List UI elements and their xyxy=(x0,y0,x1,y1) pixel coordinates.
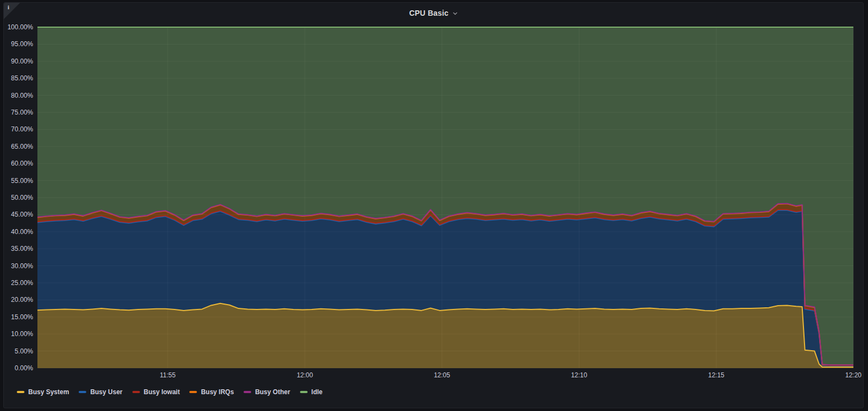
legend-label: Busy Other xyxy=(255,388,290,396)
x-axis-label: 12:20 xyxy=(845,371,861,379)
legend-item-busy-other[interactable]: Busy Other xyxy=(244,388,290,396)
x-axis-label: 12:10 xyxy=(571,371,587,379)
y-axis-label: 95.00% xyxy=(11,40,33,48)
y-axis-label: 70.00% xyxy=(11,125,33,133)
x-axis-label: 12:15 xyxy=(708,371,724,379)
y-axis-label: 50.00% xyxy=(11,194,33,201)
legend-swatch xyxy=(189,391,197,393)
y-axis-label: 100.00% xyxy=(8,23,34,31)
y-axis-label: 80.00% xyxy=(11,92,33,99)
legend-label: Busy Iowait xyxy=(144,388,180,396)
x-axis-label: 12:05 xyxy=(434,371,450,379)
y-axis-label: 35.00% xyxy=(11,245,33,252)
y-axis-label: 20.00% xyxy=(11,296,33,303)
stacked-areas xyxy=(37,27,853,368)
legend-item-busy-system[interactable]: Busy System xyxy=(17,388,69,396)
x-axis-label: 11:55 xyxy=(160,371,176,379)
legend-swatch xyxy=(79,391,86,393)
legend-item-busy-irqs[interactable]: Busy IRQs xyxy=(189,388,234,396)
y-axis-label: 75.00% xyxy=(11,109,33,116)
cpu-basic-panel: i CPU Basic 0.00%5.00%10.00%15.00%20.00%… xyxy=(3,2,864,408)
y-axis-label: 65.00% xyxy=(11,143,33,150)
y-axis-label: 25.00% xyxy=(11,279,33,287)
legend-item-busy-user[interactable]: Busy User xyxy=(79,388,122,396)
x-axis: 11:5512:0012:0512:1012:1512:20 xyxy=(160,371,862,379)
y-axis-label: 5.00% xyxy=(15,347,33,355)
time-series-chart[interactable]: 0.00%5.00%10.00%15.00%20.00%25.00%30.00%… xyxy=(4,3,864,409)
legend-label: Idle xyxy=(311,388,323,396)
legend-swatch xyxy=(17,391,24,393)
legend-item-busy-iowait[interactable]: Busy Iowait xyxy=(132,388,180,396)
legend-label: Busy System xyxy=(28,388,69,396)
y-axis-label: 90.00% xyxy=(11,58,33,65)
legend-swatch xyxy=(300,391,308,393)
y-axis-label: 0.00% xyxy=(15,364,33,372)
legend-item-idle[interactable]: Idle xyxy=(300,388,323,396)
y-axis-label: 55.00% xyxy=(11,177,33,185)
x-axis-label: 12:00 xyxy=(297,371,313,379)
legend-swatch xyxy=(244,391,251,393)
legend-swatch xyxy=(132,391,140,393)
y-axis-label: 15.00% xyxy=(11,313,33,321)
legend-label: Busy User xyxy=(90,388,122,396)
y-axis: 0.00%5.00%10.00%15.00%20.00%25.00%30.00%… xyxy=(8,23,34,372)
y-axis-label: 10.00% xyxy=(11,330,33,338)
y-axis-label: 30.00% xyxy=(11,262,33,270)
area-busy-system xyxy=(37,303,853,368)
y-axis-label: 60.00% xyxy=(11,160,33,167)
y-axis-label: 85.00% xyxy=(11,74,33,82)
legend-label: Busy IRQs xyxy=(201,388,234,396)
y-axis-label: 40.00% xyxy=(11,228,33,236)
y-axis-label: 45.00% xyxy=(11,211,33,218)
chart-legend: Busy SystemBusy UserBusy IowaitBusy IRQs… xyxy=(17,387,332,397)
